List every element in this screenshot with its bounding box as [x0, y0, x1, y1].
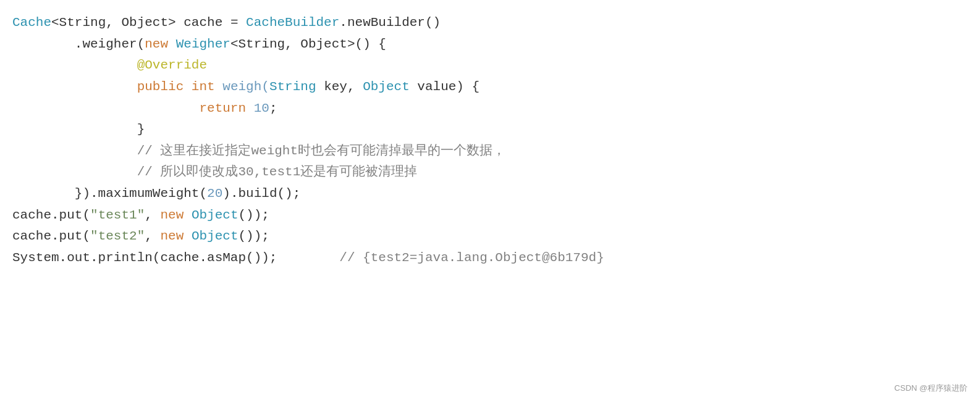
code-token: new — [160, 229, 191, 243]
code-token: 10 — [254, 101, 269, 115]
code-line: } — [12, 119, 968, 141]
code-token: Weigher — [176, 37, 230, 51]
code-token: Object — [192, 229, 239, 243]
code-line: cache.put("test1", new Object()); — [12, 205, 968, 227]
code-token — [12, 101, 199, 115]
code-token: new — [160, 208, 191, 222]
code-line: }).maximumWeight(20).build(); — [12, 183, 968, 205]
code-token: .put( — [51, 208, 90, 222]
code-token: @Override — [137, 58, 207, 72]
code-token: "test2" — [90, 229, 145, 243]
code-token: = — [222, 15, 246, 30]
watermark: CSDN @程序猿进阶 — [894, 383, 968, 394]
code-line: @Override — [12, 55, 968, 77]
code-token: public — [137, 80, 192, 94]
code-token: .newBuilder() — [339, 15, 441, 30]
code-line: .weigher(new Weigher<String, Object>() { — [12, 34, 968, 56]
code-token: 20 — [207, 186, 222, 201]
code-token: .weigher( — [12, 37, 145, 51]
code-token: weigh( — [222, 80, 269, 94]
code-line: // 这里在接近指定weight时也会有可能清掉最早的一个数据， — [12, 141, 968, 162]
code-token: System.out.println(cache.asMap()); — [12, 251, 277, 265]
code-token: "test1" — [90, 208, 145, 222]
code-token — [12, 58, 137, 72]
code-token: CacheBuilder — [246, 15, 339, 30]
code-token: ()); — [239, 229, 269, 243]
code-line: Cache<String, Object> cache = CacheBuild… — [12, 12, 968, 34]
code-token: cache — [12, 208, 51, 222]
code-token: <String, Object>() { — [230, 37, 386, 51]
code-token: new — [145, 37, 175, 51]
code-token: Cache — [12, 15, 51, 30]
code-token: }).maximumWeight( — [12, 186, 207, 201]
code-block: Cache<String, Object> cache = CacheBuild… — [12, 12, 968, 269]
code-line: public int weigh(String key, Object valu… — [12, 77, 968, 98]
code-token: <String, Object> — [51, 15, 184, 30]
code-token: return — [199, 101, 253, 115]
code-token: key, — [324, 80, 363, 94]
code-container: Cache<String, Object> cache = CacheBuild… — [0, 0, 980, 400]
code-token: ()); — [239, 208, 269, 222]
code-token: cache — [12, 229, 51, 243]
code-token: String — [269, 80, 324, 94]
code-line: // 所以即使改成30,test1还是有可能被清理掉 — [12, 162, 968, 183]
code-token: // 所以即使改成30,test1还是有可能被清理掉 — [12, 165, 417, 179]
code-line: System.out.println(cache.asMap()); // {t… — [12, 248, 968, 269]
code-token: // 这里在接近指定weight时也会有可能清掉最早的一个数据， — [12, 144, 505, 158]
code-token: , — [145, 229, 160, 243]
code-line: cache.put("test2", new Object()); — [12, 226, 968, 248]
code-token: , — [145, 208, 160, 222]
code-token — [12, 80, 137, 94]
code-token: cache — [184, 15, 222, 30]
code-token: ).build(); — [222, 186, 300, 201]
code-token: ; — [269, 101, 277, 115]
code-token: int — [192, 80, 222, 94]
code-token: Object — [192, 208, 239, 222]
code-token: Object — [363, 80, 417, 94]
code-token: value) { — [417, 80, 479, 94]
code-token: .put( — [51, 229, 90, 243]
code-token: } — [12, 122, 145, 136]
code-token: // {test2=java.lang.Object@6b179d} — [277, 251, 604, 265]
code-line: return 10; — [12, 98, 968, 120]
